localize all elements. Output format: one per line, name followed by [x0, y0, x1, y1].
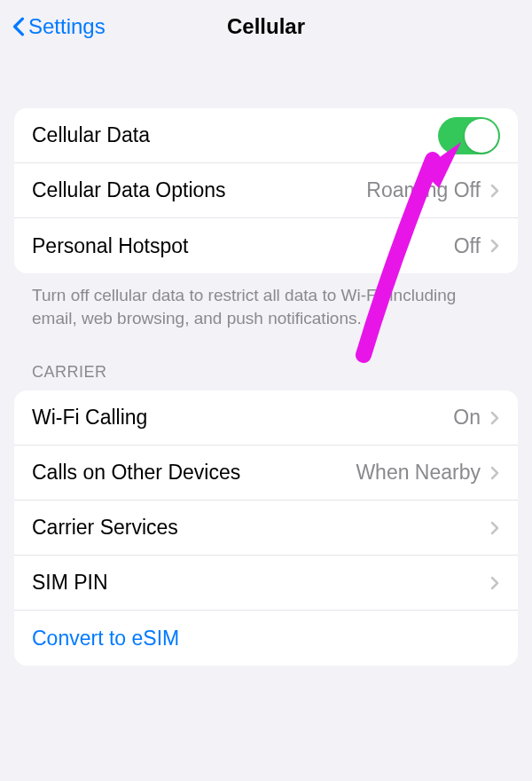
row-value: When Nearby — [356, 461, 481, 485]
row-personal-hotspot[interactable]: Personal Hotspot Off — [14, 218, 518, 273]
chevron-right-icon — [489, 410, 500, 426]
group-footer-text: Turn off cellular data to restrict all d… — [14, 273, 518, 329]
row-label: Cellular Data — [32, 123, 438, 147]
chevron-right-icon — [489, 520, 500, 536]
row-label: Convert to eSIM — [32, 627, 500, 651]
row-value: Roaming Off — [366, 178, 481, 202]
row-value: On — [453, 406, 481, 430]
back-button[interactable]: Settings — [11, 14, 106, 39]
group-cellular: Cellular Data Cellular Data Options Roam… — [14, 108, 518, 273]
back-label: Settings — [28, 14, 106, 39]
row-label: Wi-Fi Calling — [32, 406, 453, 430]
row-convert-esim[interactable]: Convert to eSIM — [14, 611, 518, 666]
row-wifi-calling[interactable]: Wi-Fi Calling On — [14, 390, 518, 446]
navigation-bar: Settings Cellular — [0, 0, 532, 53]
chevron-right-icon — [489, 575, 500, 591]
chevron-right-icon — [489, 465, 500, 481]
chevron-right-icon — [489, 238, 500, 254]
cellular-data-toggle[interactable] — [438, 117, 500, 154]
row-label: Personal Hotspot — [32, 234, 454, 258]
row-label: Carrier Services — [32, 516, 489, 540]
row-value: Off — [454, 234, 481, 258]
row-label: Cellular Data Options — [32, 178, 366, 202]
row-label: SIM PIN — [32, 571, 489, 595]
toggle-knob — [465, 119, 498, 153]
row-label: Calls on Other Devices — [32, 461, 356, 485]
section-header-carrier: CARRIER — [14, 329, 518, 390]
row-cellular-data[interactable]: Cellular Data — [14, 108, 518, 163]
row-carrier-services[interactable]: Carrier Services — [14, 501, 518, 556]
row-cellular-data-options[interactable]: Cellular Data Options Roaming Off — [14, 163, 518, 218]
row-sim-pin[interactable]: SIM PIN — [14, 556, 518, 611]
content: Cellular Data Cellular Data Options Roam… — [0, 108, 532, 666]
row-calls-other-devices[interactable]: Calls on Other Devices When Nearby — [14, 446, 518, 501]
chevron-right-icon — [489, 183, 500, 199]
group-carrier: Wi-Fi Calling On Calls on Other Devices … — [14, 390, 518, 666]
chevron-left-icon — [11, 14, 27, 39]
